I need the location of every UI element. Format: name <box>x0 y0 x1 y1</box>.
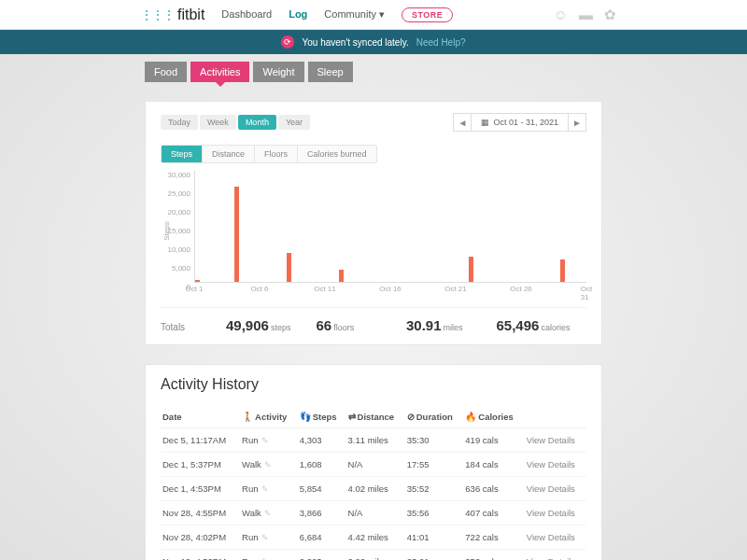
activity-chart-card: TodayWeekMonthYear ◄ ▦ Oct 01 - 31, 2021… <box>145 101 602 345</box>
brand-logo[interactable]: ⋮⋮⋮ fitbit <box>140 7 204 23</box>
top-right-icons: ☺ ▬ ✿ <box>554 7 616 23</box>
col-date: Date <box>161 406 240 428</box>
edit-icon[interactable]: ✎ <box>264 509 272 518</box>
totals-row: Totals 49,906steps66floors30.91miles65,4… <box>161 307 586 333</box>
range-tab-today[interactable]: Today <box>161 115 198 130</box>
x-tick: Oct 1 <box>185 285 203 293</box>
date-prev-button[interactable]: ◄ <box>453 113 472 132</box>
chart-plot-area <box>194 171 586 283</box>
col-activity: 🚶Activity <box>240 406 298 428</box>
range-tab-year[interactable]: Year <box>278 115 310 130</box>
chart-bar[interactable] <box>560 259 565 282</box>
brand-name: fitbit <box>177 7 204 23</box>
cell-date: Nov 28, 4:55PM <box>161 501 240 525</box>
date-next-button[interactable]: ► <box>568 113 586 132</box>
sync-help-link[interactable]: Need Help? <box>416 37 466 48</box>
col-distance: ⇄Distance <box>346 406 405 428</box>
history-row: Dec 1, 5:37PMWalk✎1,608N/A17:55184 calsV… <box>161 453 586 477</box>
range-tab-week[interactable]: Week <box>200 115 236 130</box>
settings-gear-icon[interactable]: ✿ <box>604 7 616 23</box>
total-miles: 30.91miles <box>406 317 497 333</box>
metric-tab-floors[interactable]: Floors <box>255 146 298 162</box>
cell-steps: 5,854 <box>298 477 346 501</box>
help-icon[interactable]: ☺ <box>554 7 568 23</box>
totals-label: Totals <box>161 322 226 332</box>
cell-duration: 23:01 <box>405 550 464 561</box>
col-duration: ⊘Duration <box>405 406 464 428</box>
col-steps: 👣Steps <box>298 406 346 428</box>
total-steps: 49,906steps <box>226 317 317 333</box>
sync-banner: ⟳ You haven't synced lately. Need Help? <box>0 30 747 54</box>
metric-tab-steps[interactable]: Steps <box>162 146 203 162</box>
view-details-link[interactable]: View Details <box>527 508 575 518</box>
cell-steps: 6,684 <box>298 525 346 550</box>
view-details-link[interactable]: View Details <box>527 459 575 469</box>
edit-icon[interactable]: ✎ <box>261 436 269 445</box>
metric-tab-calories-burned[interactable]: Calories burned <box>298 146 376 162</box>
store-button[interactable]: STORE <box>402 7 453 22</box>
cell-calories: 419 cals <box>463 428 524 453</box>
chart-bar[interactable] <box>469 257 473 282</box>
log-tab-activities[interactable]: Activities <box>190 62 249 82</box>
log-tab-sleep[interactable]: Sleep <box>308 62 353 82</box>
fitbit-logo-icon: ⋮⋮⋮ <box>140 7 174 22</box>
metric-tab-distance[interactable]: Distance <box>203 146 255 162</box>
x-tick: Oct 31 <box>581 285 592 301</box>
messages-icon[interactable]: ▬ <box>579 7 593 23</box>
nav-link-community[interactable]: Community ▾ <box>324 8 385 21</box>
cell-calories: 407 cals <box>463 501 524 525</box>
view-details-link[interactable]: View Details <box>527 483 575 494</box>
cell-activity: Run✎ <box>240 428 298 453</box>
date-navigator: ◄ ▦ Oct 01 - 31, 2021 ► <box>453 113 586 132</box>
col-view <box>525 406 586 428</box>
history-row: Nov 28, 4:55PMWalk✎3,866N/A35:56407 cals… <box>161 501 586 525</box>
cell-date: Nov 18, 4:52PM <box>161 550 240 561</box>
history-row: Dec 5, 11:17AMRun✎4,3033.11 miles35:3041… <box>161 428 586 453</box>
cell-distance: 2.02 miles <box>346 550 405 561</box>
cell-duration: 35:52 <box>405 477 464 501</box>
total-floors: 66floors <box>317 317 407 333</box>
chart-bar[interactable] <box>234 187 239 282</box>
cell-distance: N/A <box>346 501 405 525</box>
range-tab-month[interactable]: Month <box>238 115 276 130</box>
nav-link-log[interactable]: Log <box>289 8 307 21</box>
x-tick: Oct 21 <box>444 285 467 293</box>
history-row: Nov 28, 4:02PMRun✎6,6844.42 miles41:0172… <box>161 525 586 550</box>
date-range-display[interactable]: ▦ Oct 01 - 31, 2021 <box>472 113 568 132</box>
history-row: Nov 18, 4:52PMRun✎2,8032.02 miles23:0125… <box>161 550 586 561</box>
view-details-link[interactable]: View Details <box>527 532 575 542</box>
x-tick: Oct 16 <box>379 285 402 293</box>
time-range-tabs: TodayWeekMonthYear <box>161 115 310 130</box>
log-tab-food[interactable]: Food <box>145 62 187 82</box>
activity-history-table: Date🚶Activity👣Steps⇄Distance⊘Duration🔥Ca… <box>161 406 586 560</box>
view-details-link[interactable]: View Details <box>527 435 575 445</box>
edit-icon[interactable]: ✎ <box>261 533 269 542</box>
chart-bar[interactable] <box>195 280 200 282</box>
x-tick: Oct 6 <box>250 285 268 293</box>
duration-icon: ⊘ <box>407 412 415 422</box>
col-calories: 🔥Calories <box>463 406 524 428</box>
view-details-link[interactable]: View Details <box>527 556 575 560</box>
cell-distance: N/A <box>346 453 405 477</box>
cell-calories: 258 cals <box>463 550 524 561</box>
log-tab-weight[interactable]: Weight <box>253 62 303 82</box>
cell-calories: 636 cals <box>463 477 524 501</box>
chart-bar[interactable] <box>287 253 291 282</box>
activity-icon: 🚶 <box>242 412 253 422</box>
edit-icon[interactable]: ✎ <box>264 460 272 469</box>
log-category-tabs: FoodActivitiesWeightSleep <box>145 62 602 82</box>
cell-calories: 184 cals <box>463 453 524 477</box>
calories-icon: 🔥 <box>465 412 476 422</box>
cell-steps: 3,866 <box>298 501 346 525</box>
cell-activity: Run✎ <box>240 550 298 561</box>
metric-tabs: StepsDistanceFloorsCalories burned <box>161 145 377 163</box>
steps-icon: 👣 <box>300 412 311 422</box>
edit-icon[interactable]: ✎ <box>261 484 269 494</box>
distance-icon: ⇄ <box>348 412 356 422</box>
cell-steps: 1,608 <box>298 453 346 477</box>
nav-link-dashboard[interactable]: Dashboard <box>221 8 272 21</box>
cell-date: Dec 5, 11:17AM <box>161 428 240 453</box>
cell-distance: 3.11 miles <box>346 428 405 453</box>
chart-bar[interactable] <box>339 270 344 282</box>
sync-warning-icon: ⟳ <box>281 35 294 49</box>
